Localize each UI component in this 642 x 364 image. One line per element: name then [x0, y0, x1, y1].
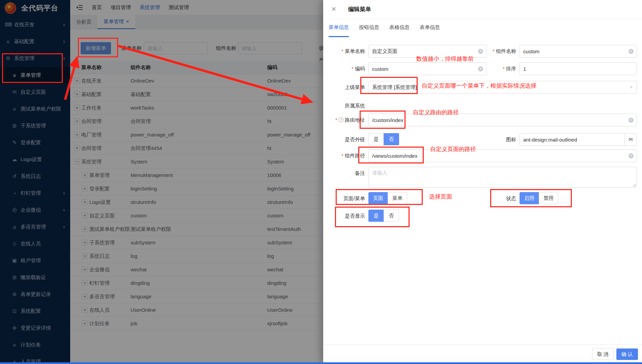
- route-label: 路由地址: [325, 114, 365, 126]
- icon-field[interactable]: [520, 133, 637, 146]
- component-path-label: 组件路径: [328, 149, 365, 162]
- bottom-scrollbar[interactable]: [0, 362, 642, 364]
- drawer-tab[interactable]: 表单信息: [420, 19, 440, 37]
- status-toggle: 启用禁用: [520, 192, 558, 204]
- close-icon[interactable]: [331, 5, 339, 13]
- external-link-toggle: 是否: [368, 133, 399, 145]
- parent-menu-select[interactable]: 系统管理 [系统管理]: [368, 81, 637, 94]
- sort-label: 排序: [479, 62, 516, 75]
- component-name-label: 组件名称: [479, 45, 516, 58]
- icon-field-label: 图标: [479, 133, 516, 146]
- sort-field[interactable]: [520, 62, 637, 75]
- drawer-header: 编辑菜单: [323, 0, 642, 19]
- edit-menu-drawer: 编辑菜单 菜单信息按钮信息表格信息表单信息 菜单名称 组件名称 编码 排序 上级…: [323, 0, 642, 364]
- visible-toggle: 是否: [368, 210, 399, 222]
- parent-menu-label: 上级菜单: [328, 81, 365, 94]
- code-input[interactable]: [369, 63, 486, 75]
- toggle-option[interactable]: 启用: [520, 192, 539, 204]
- drawer-tabs: 菜单信息按钮信息表格信息表单信息: [323, 19, 642, 37]
- drawer-tab[interactable]: 按钮信息: [359, 19, 379, 37]
- chevron-down-icon: [630, 84, 633, 89]
- clear-icon[interactable]: [629, 153, 634, 158]
- sort-input[interactable]: [520, 63, 637, 75]
- mail-icon[interactable]: [624, 133, 637, 146]
- confirm-button[interactable]: 确 认: [616, 348, 638, 360]
- parent-menu-value: 系统管理 [系统管理]: [369, 81, 637, 93]
- drawer-title: 编辑菜单: [348, 5, 371, 13]
- drawer-tab[interactable]: 菜单信息: [329, 19, 349, 37]
- component-name-field[interactable]: [520, 45, 637, 58]
- route-input[interactable]: [369, 114, 637, 126]
- drawer-mask[interactable]: [0, 0, 323, 364]
- menu-name-input[interactable]: [369, 45, 486, 57]
- route-field[interactable]: [368, 114, 637, 126]
- remark-field[interactable]: [368, 167, 637, 188]
- toggle-option[interactable]: 否: [384, 133, 399, 145]
- page-menu-label: 页面/菜单: [328, 192, 365, 205]
- system-label: 所属系统: [328, 99, 365, 112]
- remark-label: 备注: [328, 167, 365, 180]
- app-root: 全代码平台 ⌨在线开发∨≡基础配置∨⚙系统管理∧≡菜单管理✉自定义页面≡测试菜单…: [0, 0, 642, 364]
- toggle-option[interactable]: 菜单: [388, 192, 407, 204]
- menu-name-field[interactable]: [368, 45, 486, 58]
- page-menu-toggle: 页面菜单: [368, 192, 407, 204]
- resize-handle[interactable]: [633, 183, 636, 187]
- code-field[interactable]: [368, 62, 486, 75]
- remark-textarea[interactable]: [369, 167, 637, 187]
- component-path-field[interactable]: [368, 149, 637, 162]
- clear-icon[interactable]: [629, 118, 634, 123]
- code-label: 编码: [328, 62, 365, 75]
- component-name-input[interactable]: [520, 45, 637, 57]
- menu-name-label: 菜单名称: [328, 45, 365, 58]
- icon-input[interactable]: [520, 133, 637, 146]
- toggle-option[interactable]: 禁用: [539, 192, 558, 204]
- toggle-option[interactable]: 页面: [368, 192, 388, 204]
- clear-icon[interactable]: [629, 49, 634, 54]
- toggle-option[interactable]: 否: [384, 210, 399, 222]
- question-circle-icon: [339, 117, 344, 122]
- external-link-label: 是否外链: [328, 133, 365, 146]
- status-label: 状态: [479, 192, 516, 205]
- drawer-tab[interactable]: 表格信息: [389, 19, 410, 37]
- drawer-footer: 取 消 确 认: [323, 344, 642, 364]
- toggle-option[interactable]: 是: [368, 133, 384, 145]
- component-path-input[interactable]: [369, 150, 637, 162]
- visible-label: 是否显示: [328, 210, 365, 222]
- cancel-button[interactable]: 取 消: [592, 348, 614, 360]
- toggle-option[interactable]: 是: [368, 210, 384, 222]
